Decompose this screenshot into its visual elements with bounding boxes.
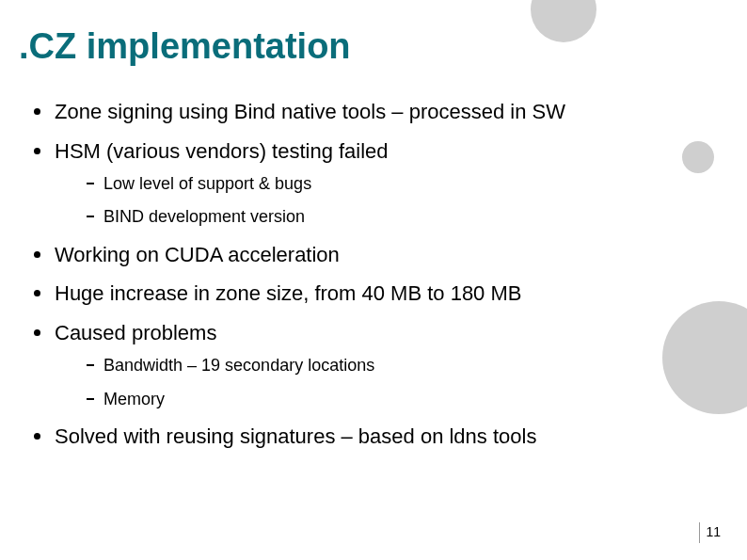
sub-bullet-item: Memory <box>83 389 691 410</box>
bullet-list: Zone signing using Bind native tools – p… <box>28 99 691 450</box>
bullet-item: Zone signing using Bind native tools – p… <box>28 99 691 125</box>
bullet-item: HSM (various vendors) testing failed Low… <box>28 138 691 229</box>
bullet-item: Working on CUDA acceleration <box>28 242 691 268</box>
bullet-item: Huge increase in zone size, from 40 MB t… <box>28 280 691 307</box>
sub-bullet-list: Bandwidth – 19 secondary locations Memor… <box>55 355 691 410</box>
decor-circle-top <box>531 0 596 42</box>
slide-title: .CZ implementation <box>19 26 351 67</box>
bullet-item: Solved with reusing signatures – based o… <box>28 424 691 450</box>
page-number-divider <box>699 522 700 543</box>
sub-bullet-list: Low level of support & bugs BIND develop… <box>55 173 691 229</box>
slide-content: Zone signing using Bind native tools – p… <box>28 99 691 463</box>
sub-bullet-item: Low level of support & bugs <box>83 173 691 195</box>
sub-bullet-item: BIND development version <box>83 206 691 228</box>
slide: .CZ implementation Zone signing using Bi… <box>0 0 747 560</box>
bullet-text: Caused problems <box>55 321 216 344</box>
bullet-text: HSM (various vendors) testing failed <box>55 139 389 163</box>
sub-bullet-item: Bandwidth – 19 secondary locations <box>83 355 691 376</box>
page-number: 11 <box>706 524 721 539</box>
bullet-item: Caused problems Bandwidth – 19 secondary… <box>28 320 691 410</box>
